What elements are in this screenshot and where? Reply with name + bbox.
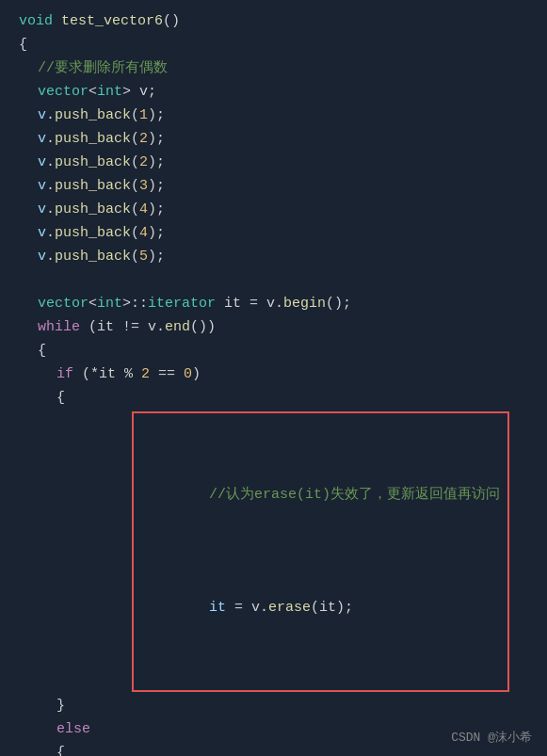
- code-line-7: v.push_back(2);: [0, 151, 547, 174]
- footer: CSDN @沫小希: [451, 729, 532, 748]
- footer-text: CSDN @沫小希: [451, 731, 532, 745]
- code-line-10: v.push_back(4);: [0, 221, 547, 245]
- code-line-1: void test_vector6(): [0, 9, 547, 33]
- highlight-line-1: //认为erase(it)失效了，更新返回值再访问: [141, 461, 500, 529]
- code-line-2: {: [0, 33, 547, 56]
- code-line-15: {: [0, 339, 547, 362]
- code-line-9: v.push_back(4);: [0, 198, 547, 221]
- func-name: test_vector6: [61, 10, 163, 33]
- code-line-13: vector<int>::iterator it = v.begin();: [0, 292, 547, 315]
- code-line-4: vector<int> v;: [0, 80, 547, 104]
- highlight-border: //认为erase(it)失效了，更新返回值再访问 it = v.erase(i…: [132, 411, 509, 692]
- code-line-17: {: [0, 386, 547, 410]
- code-editor: void test_vector6() { //要求删除所有偶数 vector<…: [0, 0, 547, 756]
- keyword-void: void: [19, 10, 61, 33]
- code-line-8: v.push_back(3);: [0, 174, 547, 198]
- code-line-3: //要求删除所有偶数: [0, 56, 547, 80]
- code-line-6: v.push_back(2);: [0, 127, 547, 151]
- code-line-blank-1: [0, 268, 547, 292]
- code-line-19: }: [0, 694, 547, 717]
- highlighted-block: //认为erase(it)失效了，更新返回值再访问 it = v.erase(i…: [0, 410, 547, 694]
- code-line-11: v.push_back(5);: [0, 245, 547, 268]
- highlight-line-2: it = v.erase(it);: [141, 574, 500, 642]
- code-line-16: if (*it % 2 == 0): [0, 362, 547, 386]
- code-line-14: while (it != v.end()): [0, 315, 547, 339]
- code-line-5: v.push_back(1);: [0, 104, 547, 127]
- keyword-while: while: [38, 316, 80, 339]
